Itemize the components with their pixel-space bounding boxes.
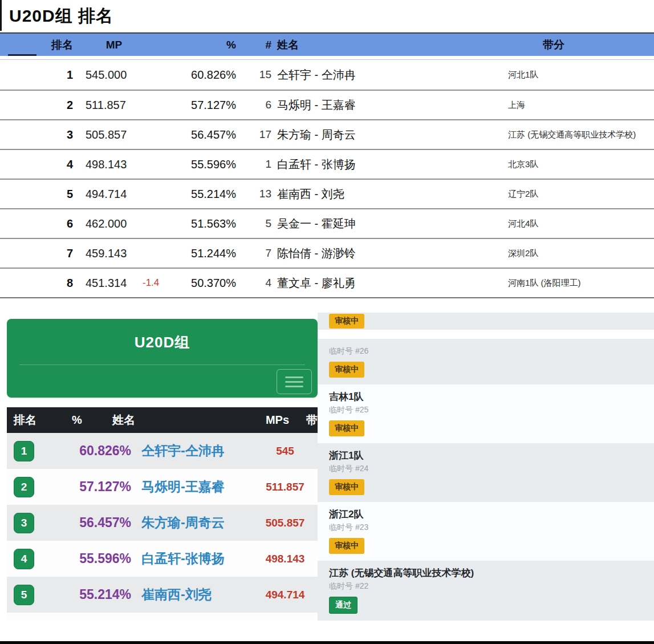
player-names-cell: 白孟轩 - 张博扬 [277,157,508,172]
rank-badge: 3 [14,513,34,533]
status-badge: 审核中 [329,314,364,329]
hamburger-icon [285,376,303,378]
status-list-item[interactable]: 临时号 #26 审核中 [318,339,654,384]
player-names-cell: 吴金一 - 霍延珅 [277,216,508,232]
mobile-preview-pane: U20D组 排名 % 姓名 MPs 带 1 60.826% 仝轩宇-仝沛冉 5 [0,310,318,621]
temp-number-line: 临时号 #25 [329,405,654,415]
player-names-link[interactable]: 仝轩宇-仝沛冉 [141,442,253,460]
player-names-link[interactable]: 白孟轩-张博扬 [141,550,253,568]
status-list-item[interactable]: 浙江2队 临时号 #23 审核中 [318,502,654,561]
header-rank: 排名 [0,38,73,52]
percent-cell: 55.596% [34,551,131,566]
rank-cell: 8 [0,277,73,290]
pair-number-cell: 6 [236,99,271,111]
status-list-item[interactable]: 吉林1队 临时号 #25 审核中 [318,384,654,443]
temp-number-label: 临时号 [329,581,353,590]
percent-cell: 56.457% [169,128,236,141]
rank-cell: 5 [0,188,73,201]
header-name: 姓名 [277,38,508,52]
status-list-item[interactable]: 审核中 [318,313,654,330]
rank-cell: 7 [0,247,73,260]
percent-cell: 57.127% [34,479,131,495]
header-rank: 排名 [7,412,46,428]
status-badge: 审核中 [329,420,364,436]
mp-cell: 511.857 [86,99,143,112]
status-list-item[interactable]: 浙江1队 临时号 #24 审核中 [318,443,654,502]
temp-number-value: #25 [355,405,368,414]
player-names-link[interactable]: 朱方瑜-周奇云 [141,514,253,532]
percent-cell: 57.127% [169,99,236,112]
player-names-link[interactable]: 崔南西-刘尧 [141,586,253,604]
bottom-scroll-bar[interactable] [0,641,654,644]
pair-number-cell: 1 [236,158,271,171]
temp-number-line: 临时号 #23 [329,523,654,533]
pair-number-cell: 4 [236,277,271,289]
mobile-table-row: 5 55.214% 崔南西-刘尧 494.714 [7,577,318,613]
percent-cell: 60.826% [34,443,131,459]
temp-number-value: #24 [355,464,368,473]
header-pct: % [169,39,236,51]
pair-number-cell: 5 [236,217,271,230]
header-name: 姓名 [108,412,226,428]
percent-cell: 51.563% [169,217,236,230]
mp-cell: 459.143 [86,247,143,260]
temp-number-line: 临时号 #26 [329,346,654,357]
header-mp: MP [86,39,143,51]
team-cell: 深圳2队 [508,247,652,260]
player-names-cell: 朱方瑜 - 周奇云 [277,127,508,143]
mps-cell: 494.714 [253,589,318,601]
group-card: U20D组 [7,319,318,398]
team-name: 浙江2队 [329,508,654,521]
table-row: 1 545.000 60.826% 15 仝轩宇 - 仝沛冉 河北1队 [0,60,654,90]
status-badge: 审核中 [329,538,364,554]
rank-badge: 4 [14,549,34,569]
title-bar: U20D组 排名 [0,0,654,33]
player-names-cell: 崔南西 - 刘尧 [277,187,508,202]
mp-cell: 545.000 [86,68,143,82]
team-cell: 江苏 (无锡交通高等职业技术学校) [508,128,652,141]
table-row: 6 462.000 51.563% 5 吴金一 - 霍延珅 河北4队 [0,208,654,238]
menu-button[interactable] [277,369,312,394]
header-mps: MPs [226,414,289,427]
player-names-link[interactable]: 马烁明-王嘉睿 [141,478,253,496]
table-row: 5 494.714 55.214% 13 崔南西 - 刘尧 辽宁2队 [0,179,654,208]
rank-cell: 1 [0,68,73,82]
registration-status-list: 审核中 临时号 #26 审核中 吉林1队 临时号 #25 审核中 浙江1队 临时… [318,310,654,621]
rank-cell: 2 [0,99,73,112]
team-name: 吉林1队 [329,390,654,403]
status-list-item[interactable]: 江苏 (无锡交通高等职业技术学校) 临时号 #22 通过 [318,561,654,621]
player-names-cell: 陈怡倩 - 游渺铃 [277,246,508,261]
table-row: 8 451.314 -1.4 50.370% 4 董文卓 - 廖礼勇 河南1队 … [0,268,654,297]
mp-adjust-cell: -1.4 [143,277,169,289]
team-cell: 北京3队 [508,158,652,171]
ranking-table-header: 排名 MP % # 姓名 带分 [0,33,654,56]
mp-cell: 451.314 [86,277,143,290]
mobile-table-row: 6 51.563% 吴金一-霍延珅 462 [7,613,318,621]
mobile-table-row: 1 60.826% 仝轩宇-仝沛冉 545 [7,433,318,469]
team-cell: 河北4队 [508,217,652,230]
hamburger-icon [285,386,303,387]
pair-number-cell: 13 [236,188,271,200]
table-row: 7 459.143 51.244% 7 陈怡倩 - 游渺铃 深圳2队 [0,238,654,268]
team-cell: 上海 [508,99,652,111]
mobile-table-row: 2 57.127% 马烁明-王嘉睿 511.857 [7,469,318,505]
rank-cell: 4 [0,158,73,171]
team-cell: 河北1队 [508,68,652,81]
pair-number-cell: 17 [236,128,271,141]
temp-number-value: #23 [355,523,368,532]
rank-cell: 3 [0,128,73,141]
table-row: 4 498.143 55.596% 1 白孟轩 - 张博扬 北京3队 [0,149,654,179]
rank-cell: 6 [0,217,73,230]
team-name: 浙江1队 [329,449,654,462]
temp-number-label: 临时号 [329,464,353,473]
header-pct: % [46,414,108,427]
mp-cell: 494.714 [86,188,143,201]
pair-number-cell: 15 [236,68,271,81]
header-carry: 带分 [482,38,625,52]
player-names-cell: 董文卓 - 廖礼勇 [277,276,508,291]
mobile-table-row: 3 56.457% 朱方瑜-周奇云 505.857 [7,505,318,541]
percent-cell: 60.826% [169,68,236,82]
bottom-section: U20D组 排名 % 姓名 MPs 带 1 60.826% 仝轩宇-仝沛冉 5 [0,310,654,621]
percent-cell: 51.244% [169,247,236,260]
percent-cell: 55.214% [169,188,236,201]
